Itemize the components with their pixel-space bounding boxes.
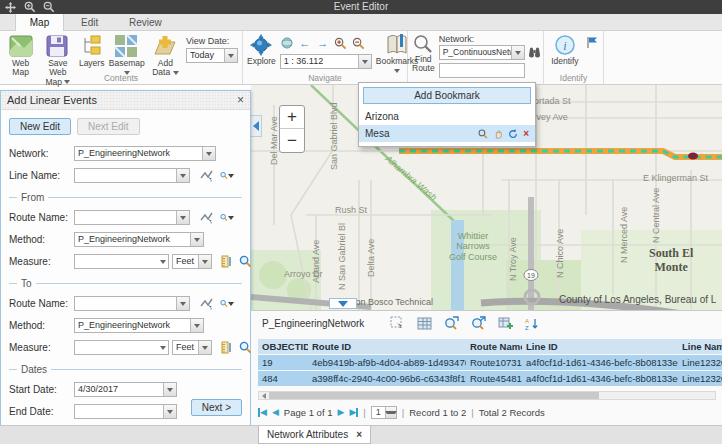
table-cell[interactable]: 4eb9419b-af9b-4d04-ab89-1d493476802b: [308, 355, 466, 370]
table-row[interactable]: 484a398ff4c-2940-4c00-96b6-c6343f8f1711R…: [258, 371, 722, 386]
to-route-name-combo[interactable]: [74, 296, 190, 311]
table-cell[interactable]: 484: [258, 371, 308, 386]
grid-column-header[interactable]: Route ID: [308, 339, 466, 354]
zoom-out-tool-icon[interactable]: [352, 36, 366, 50]
add-data-button[interactable]: Add Data: [149, 33, 182, 78]
dates-section-title: Dates: [9, 364, 242, 375]
scroll-left-arrow[interactable]: [259, 392, 268, 399]
end-date-combo[interactable]: [74, 404, 177, 419]
view-date-caret[interactable]: [224, 49, 237, 62]
map-zoom-out-button[interactable]: −: [280, 129, 304, 152]
table-collapse-button[interactable]: [329, 298, 357, 309]
related-records-icon[interactable]: [497, 315, 513, 331]
page-select-combo[interactable]: 1: [371, 406, 397, 419]
zoom-menu-icon[interactable]: [220, 297, 234, 311]
map-zoom-in-button[interactable]: +: [280, 106, 304, 129]
from-unit-combo[interactable]: Feet: [172, 254, 212, 269]
measure-ruler-icon[interactable]: [220, 341, 232, 355]
tab-review[interactable]: Review: [115, 14, 176, 31]
table-cell[interactable]: Route45481: [466, 371, 522, 386]
last-page-button[interactable]: ▶: [349, 407, 358, 417]
map-scale-combo[interactable]: 1 : 36.112: [280, 54, 372, 69]
network-caret[interactable]: [511, 46, 524, 59]
next-button[interactable]: Next >: [191, 399, 242, 416]
first-page-button[interactable]: ◀: [258, 407, 267, 417]
network-combo[interactable]: P_ContinuousNetwork: [439, 45, 525, 60]
map-scale-caret[interactable]: [358, 55, 371, 68]
panel-network-combo[interactable]: P_EngineeringNetwork: [74, 146, 216, 161]
grid-header-row[interactable]: OBJECTIDRoute IDRoute NameLine IDLine Na…: [258, 339, 722, 354]
zoom-menu-icon[interactable]: [220, 211, 234, 225]
next-page-button[interactable]: ▶: [337, 407, 344, 417]
bookmark-item-arizona[interactable]: Arizona: [359, 108, 535, 125]
zoom-icon[interactable]: [239, 255, 252, 269]
flag-icon[interactable]: [586, 35, 599, 49]
next-extent-icon[interactable]: →: [316, 36, 330, 50]
grid-column-header[interactable]: OBJECTID: [258, 339, 308, 354]
route-search-input[interactable]: [439, 63, 525, 78]
tab-edit[interactable]: Edit: [67, 14, 112, 31]
to-unit-combo[interactable]: Feet: [172, 340, 212, 355]
select-line-on-map-icon[interactable]: [199, 169, 213, 183]
layers-button[interactable]: Layers: [79, 33, 105, 68]
horizontal-scrollbar[interactable]: [258, 391, 716, 400]
explore-button[interactable]: Explore: [247, 33, 276, 66]
next-edit-button[interactable]: Next Edit: [77, 118, 140, 135]
start-date-combo[interactable]: 4/30/2017: [74, 382, 177, 397]
zoom-menu-icon[interactable]: [220, 169, 234, 183]
find-route-button[interactable]: Find Route: [412, 33, 435, 74]
full-extent-globe-icon[interactable]: [280, 36, 294, 50]
bookmark-delete-icon[interactable]: ×: [523, 128, 529, 139]
pan-to-selected-icon[interactable]: [470, 315, 486, 331]
from-measure-input[interactable]: [74, 254, 169, 269]
table-cell[interactable]: Line12320: [678, 371, 722, 386]
save-icon: [45, 34, 71, 58]
page-indicator: Page 1 of 1: [284, 407, 333, 418]
place-label-south-el-monte: South El Monte: [649, 247, 693, 275]
previous-page-button[interactable]: ◀: [272, 407, 279, 417]
bookmark-zoom-icon[interactable]: [478, 129, 488, 139]
bookmark-pan-icon[interactable]: [493, 129, 503, 139]
table-cell[interactable]: a398ff4c-2940-4c00-96b6-c6343f8f1711: [308, 371, 466, 386]
select-by-rectangle-icon[interactable]: [389, 315, 405, 331]
select-route-on-map-icon[interactable]: [199, 297, 213, 311]
tab-map[interactable]: Map: [15, 14, 64, 31]
zoom-in-tool-icon[interactable]: [334, 36, 348, 50]
zoom-to-selected-icon[interactable]: [443, 315, 459, 331]
web-map-button[interactable]: Web Map: [4, 33, 37, 78]
panel-close-icon[interactable]: ×: [237, 93, 244, 107]
select-route-on-map-icon[interactable]: [199, 211, 213, 225]
close-tab-icon[interactable]: ×: [356, 429, 362, 440]
from-method-combo[interactable]: P_EngineeringNetwork: [74, 232, 204, 247]
bookmark-item-mesa[interactable]: Mesa ×: [359, 125, 535, 142]
add-bookmark-button[interactable]: Add Bookmark: [363, 87, 531, 104]
line-name-combo[interactable]: [74, 168, 190, 183]
table-cell[interactable]: 19: [258, 355, 308, 370]
open-table-icon[interactable]: [416, 315, 432, 331]
identify-button[interactable]: i Identify: [548, 33, 582, 66]
map-zoom-control: + −: [279, 105, 305, 153]
grid-column-header[interactable]: Line Name: [678, 339, 722, 354]
table-cell[interactable]: a4f0cf1d-1d61-4346-befc-8b08133e681e: [522, 371, 678, 386]
scrollbar-thumb[interactable]: [269, 392, 599, 399]
tab-network-attributes[interactable]: Network Attributes ×: [258, 426, 371, 444]
bookmark-refresh-icon[interactable]: [508, 129, 518, 139]
find-route-icon: [412, 34, 434, 54]
table-cell[interactable]: Route107312: [466, 355, 522, 370]
previous-extent-icon[interactable]: ←: [298, 36, 312, 50]
grid-column-header[interactable]: Line ID: [522, 339, 678, 354]
panel-collapse-arrow[interactable]: [251, 115, 262, 137]
sort-icon[interactable]: AZ: [524, 315, 540, 331]
new-edit-button[interactable]: New Edit: [9, 118, 71, 135]
grid-column-header[interactable]: Route Name: [466, 339, 522, 354]
table-cell[interactable]: a4f0cf1d-1d61-4346-befc-8b08133e681e: [522, 355, 678, 370]
to-measure-input[interactable]: [74, 340, 169, 355]
table-cell[interactable]: Line12320: [678, 355, 722, 370]
view-date-combo[interactable]: Today: [186, 48, 238, 63]
binoculars-icon[interactable]: [528, 46, 542, 60]
basemap-button[interactable]: Basemap: [109, 33, 145, 78]
table-row[interactable]: 194eb9419b-af9b-4d04-ab89-1d493476802bRo…: [258, 355, 722, 370]
from-route-name-combo[interactable]: [74, 210, 190, 225]
measure-ruler-icon[interactable]: [220, 255, 232, 269]
to-method-combo[interactable]: P_EngineeringNetwork: [74, 318, 204, 333]
